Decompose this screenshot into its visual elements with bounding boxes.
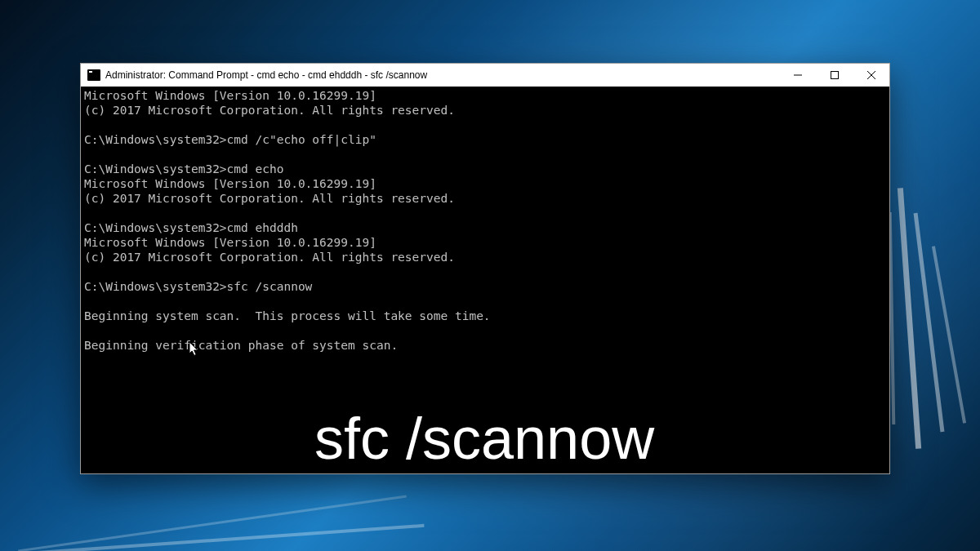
cmd-icon xyxy=(87,69,100,81)
close-button[interactable] xyxy=(853,64,889,87)
minimize-button[interactable] xyxy=(779,64,816,87)
desktop-background: Administrator: Command Prompt - cmd echo… xyxy=(0,0,980,551)
light-beam xyxy=(914,213,945,433)
window-title: Administrator: Command Prompt - cmd echo… xyxy=(105,69,427,81)
maximize-button[interactable] xyxy=(816,64,853,87)
light-beam xyxy=(0,524,424,551)
window-controls xyxy=(779,64,889,87)
titlebar[interactable]: Administrator: Command Prompt - cmd echo… xyxy=(81,64,889,87)
light-beam xyxy=(18,495,407,551)
svg-rect-0 xyxy=(831,72,838,79)
caption-overlay: sfc /scannow xyxy=(314,405,654,472)
